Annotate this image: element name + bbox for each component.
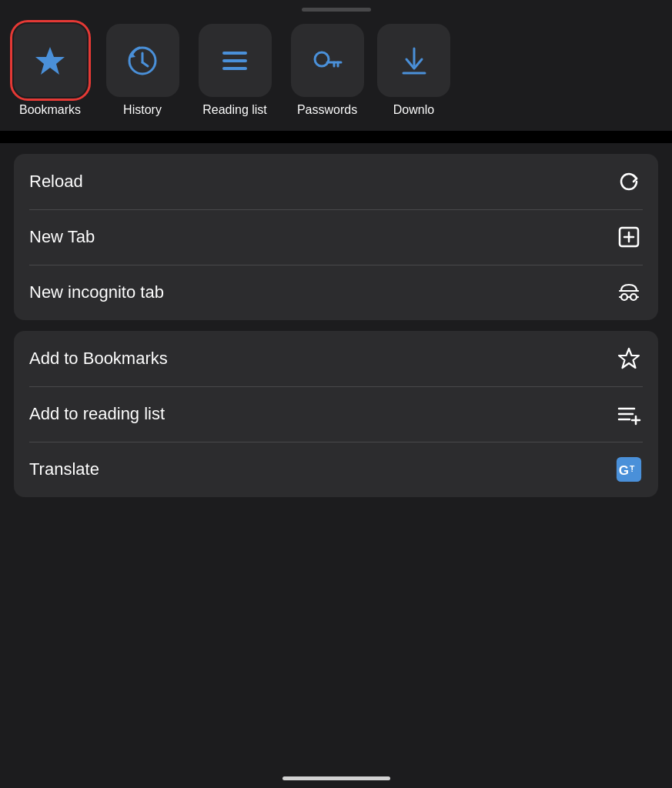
incognito-icon xyxy=(615,279,643,306)
key-icon xyxy=(309,42,346,79)
menu-section-1: Reload New Tab New incognito tab xyxy=(14,154,658,320)
new-tab-label: New Tab xyxy=(29,227,95,247)
downloads-icon-box xyxy=(377,24,450,97)
menu-section-2: Add to Bookmarks Add to reading list Tra… xyxy=(14,331,658,497)
translate-icon: G T xyxy=(615,456,643,483)
new-tab-menu-item[interactable]: New Tab xyxy=(14,209,658,265)
reload-icon xyxy=(615,168,643,195)
add-bookmarks-menu-item[interactable]: Add to Bookmarks xyxy=(14,331,658,386)
translate-menu-item[interactable]: Translate G T xyxy=(14,442,658,497)
history-label: History xyxy=(123,103,162,117)
quick-access-passwords[interactable]: Passwords xyxy=(285,24,369,117)
quick-access-reading-list[interactable]: Reading list xyxy=(192,24,277,117)
quick-access-downloads[interactable]: Downlo xyxy=(377,24,450,117)
drag-handle xyxy=(302,8,371,12)
svg-text:G: G xyxy=(619,463,629,478)
incognito-label: New incognito tab xyxy=(29,282,164,302)
home-indicator xyxy=(283,776,390,780)
incognito-menu-item[interactable]: New incognito tab xyxy=(14,265,658,320)
reading-list-icon-box xyxy=(199,24,272,97)
list-icon xyxy=(216,42,253,79)
reload-menu-item[interactable]: Reload xyxy=(14,154,658,209)
star-outline-icon xyxy=(615,345,643,372)
passwords-label: Passwords xyxy=(297,103,357,117)
svg-point-18 xyxy=(621,294,627,300)
new-tab-icon xyxy=(615,223,643,251)
add-reading-list-label: Add to reading list xyxy=(29,404,165,424)
reload-label: Reload xyxy=(29,172,83,192)
svg-rect-5 xyxy=(222,52,247,55)
reading-add-icon xyxy=(615,400,643,428)
bookmarks-icon-box xyxy=(14,24,87,97)
add-bookmarks-label: Add to Bookmarks xyxy=(29,349,168,369)
svg-marker-23 xyxy=(619,349,639,368)
svg-rect-7 xyxy=(222,67,247,70)
history-icon-box xyxy=(106,24,179,97)
svg-marker-0 xyxy=(35,47,65,75)
svg-text:T: T xyxy=(630,465,635,473)
add-reading-list-menu-item[interactable]: Add to reading list xyxy=(14,386,658,442)
passwords-icon-box xyxy=(291,24,364,97)
download-icon xyxy=(396,42,433,79)
drag-handle-area xyxy=(0,0,672,16)
star-icon xyxy=(32,42,69,79)
svg-rect-6 xyxy=(222,59,247,62)
svg-point-8 xyxy=(315,52,329,66)
reading-list-label: Reading list xyxy=(202,103,267,117)
downloads-label: Downlo xyxy=(393,103,434,117)
quick-access-row: Bookmarks History Reading list xyxy=(0,16,672,131)
quick-access-history[interactable]: History xyxy=(100,24,185,117)
quick-access-bookmarks[interactable]: Bookmarks xyxy=(8,24,92,117)
section-separator-1 xyxy=(0,131,672,143)
translate-label: Translate xyxy=(29,459,99,479)
svg-point-19 xyxy=(630,294,637,300)
svg-line-3 xyxy=(142,62,148,66)
clock-icon xyxy=(124,42,161,79)
bookmarks-label: Bookmarks xyxy=(19,103,81,117)
